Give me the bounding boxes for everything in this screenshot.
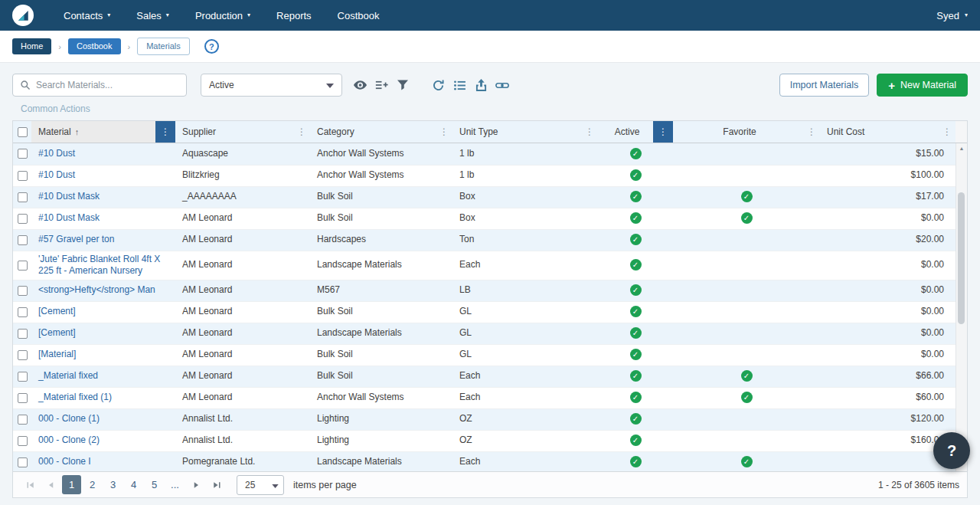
breadcrumb-costbook[interactable]: Costbook [68,38,120,54]
user-menu[interactable]: Syed [936,10,968,21]
scrollbar-thumb[interactable] [958,192,965,324]
category-column-menu-icon[interactable] [436,121,452,143]
supplier-column-menu-icon[interactable] [293,121,310,143]
favorite-column-menu-icon[interactable] [803,121,820,143]
nav-item-contacts[interactable]: Contacts [51,0,123,31]
table-row[interactable]: [Material] AM Leonard Bulk Soil GL $0.00 [13,344,956,366]
column-header-supplier[interactable]: Supplier [182,126,216,137]
row-checkbox[interactable] [18,329,28,339]
common-actions-link[interactable]: Common Actions [21,103,90,115]
row-checkbox[interactable] [18,171,28,181]
table-row[interactable]: [Cement] AM Leonard Landscape Materials … [13,323,956,344]
table-row[interactable]: #10 Dust Mask AM Leonard Bulk Soil Box $… [13,208,956,229]
vertical-scrollbar[interactable] [956,143,967,471]
row-checkbox[interactable] [18,436,28,446]
export-icon[interactable] [471,75,491,95]
material-link[interactable]: [Cement] [38,306,76,316]
page-button-3[interactable]: 3 [103,475,122,494]
table-row[interactable]: 000 - Clone (1) Annalist Ltd. Lighting O… [13,408,956,430]
visibility-icon[interactable] [350,75,370,95]
status-filter-dropdown[interactable]: Active [201,74,342,97]
material-link[interactable]: 000 - Clone (1) [38,413,100,424]
material-link[interactable]: [Material] [38,349,76,359]
page-button-2[interactable]: 2 [83,475,102,494]
add-columns-icon[interactable] [371,75,391,95]
help-icon[interactable]: ? [204,39,219,54]
column-header-material[interactable]: Material [38,126,71,137]
material-link[interactable]: #57 Gravel per ton [38,234,114,244]
search-input[interactable] [36,80,179,90]
row-checkbox[interactable] [18,372,28,382]
row-checkbox[interactable] [18,214,28,224]
row-checkbox[interactable] [18,192,28,202]
breadcrumb-home[interactable]: Home [12,38,51,54]
table-row[interactable]: _Material fixed (1) AM Leonard Anchor Wa… [13,387,956,408]
app-logo[interactable] [12,5,34,26]
nav-item-reports[interactable]: Reports [263,0,325,31]
row-checkbox[interactable] [18,457,28,467]
unit-cost-column-menu-icon[interactable] [939,121,956,143]
import-materials-button[interactable]: Import Materials [779,74,870,97]
column-header-unit-type[interactable]: Unit Type [459,126,498,137]
row-checkbox[interactable] [18,415,28,425]
row-checkbox[interactable] [18,286,28,296]
material-link[interactable]: #10 Dust Mask [38,212,100,223]
unit-type-column-menu-icon[interactable] [581,121,598,143]
column-header-unit-cost[interactable]: Unit Cost [827,126,864,137]
material-link[interactable]: 000 - Clone I [38,456,91,467]
table-row[interactable]: <strong>Hefty</strong> Man AM Leonard M5… [13,280,956,301]
material-link[interactable]: #10 Dust [38,148,75,159]
list-view-icon[interactable] [449,75,469,95]
material-link[interactable]: 'Jute' Fabric Blanket Roll 4ft X 225 ft … [38,254,160,277]
table-row[interactable]: 'Jute' Fabric Blanket Roll 4ft X 225 ft … [13,251,956,280]
column-header-active[interactable]: Active [605,126,649,137]
row-checkbox[interactable] [18,149,28,159]
material-link[interactable]: #10 Dust Mask [38,191,100,202]
active-column-menu-icon[interactable] [653,121,673,143]
row-checkbox[interactable] [18,235,28,245]
favorite-check-icon [741,456,753,467]
new-material-button[interactable]: New Material [877,74,968,97]
column-header-favorite[interactable]: Favorite [680,126,799,137]
nav-item-production[interactable]: Production [182,0,263,31]
category-cell: Bulk Soil [310,301,452,323]
material-link[interactable]: <strong>Hefty</strong> Man [38,284,155,295]
table-row[interactable]: #10 Dust Blitzkrieg Anchor Wall Systems … [13,165,956,186]
more-pages-button[interactable]: ... [165,475,185,494]
breadcrumb-materials[interactable]: Materials [137,38,190,55]
table-row[interactable]: 000 - Clone (2) Annalist Ltd. Lighting O… [13,430,956,451]
filter-icon[interactable] [393,75,413,95]
material-column-menu-icon[interactable] [155,121,175,143]
previous-page-button[interactable] [41,475,60,494]
page-button-1[interactable]: 1 [62,475,81,494]
material-link[interactable]: _Material fixed (1) [38,392,112,402]
first-page-button[interactable] [21,475,40,494]
material-link[interactable]: _Material fixed [38,370,98,381]
nav-item-sales[interactable]: Sales [123,0,182,31]
table-row[interactable]: #10 Dust Mask _AAAAAAAA Bulk Soil Box $1… [13,186,956,208]
table-row[interactable]: [Cement] AM Leonard Bulk Soil GL $0.00 [13,301,956,323]
scroll-up-icon[interactable] [956,143,967,152]
row-checkbox[interactable] [18,393,28,403]
table-row[interactable]: #57 Gravel per ton AM Leonard Hardscapes… [13,229,956,251]
table-row[interactable]: #10 Dust Aquascape Anchor Wall Systems 1… [13,143,956,165]
select-all-checkbox[interactable] [18,127,28,137]
help-fab[interactable]: ? [933,432,970,469]
link-icon[interactable] [492,75,512,95]
row-checkbox[interactable] [18,261,28,271]
material-link[interactable]: [Cement] [38,327,76,338]
last-page-button[interactable] [207,475,226,494]
table-row[interactable]: 000 - Clone I Pomegranate Ltd. Landscape… [13,451,956,471]
page-size-dropdown[interactable]: 25 [237,475,284,495]
row-checkbox[interactable] [18,307,28,317]
page-button-5[interactable]: 5 [145,475,164,494]
table-row[interactable]: _Material fixed AM Leonard Bulk Soil Eac… [13,366,956,387]
next-page-button[interactable] [186,475,205,494]
nav-item-costbook[interactable]: Costbook [325,0,393,31]
refresh-icon[interactable] [428,75,448,95]
row-checkbox[interactable] [18,350,28,360]
material-link[interactable]: #10 Dust [38,169,75,180]
column-header-category[interactable]: Category [317,126,354,137]
material-link[interactable]: 000 - Clone (2) [38,434,100,445]
page-button-4[interactable]: 4 [124,475,143,494]
